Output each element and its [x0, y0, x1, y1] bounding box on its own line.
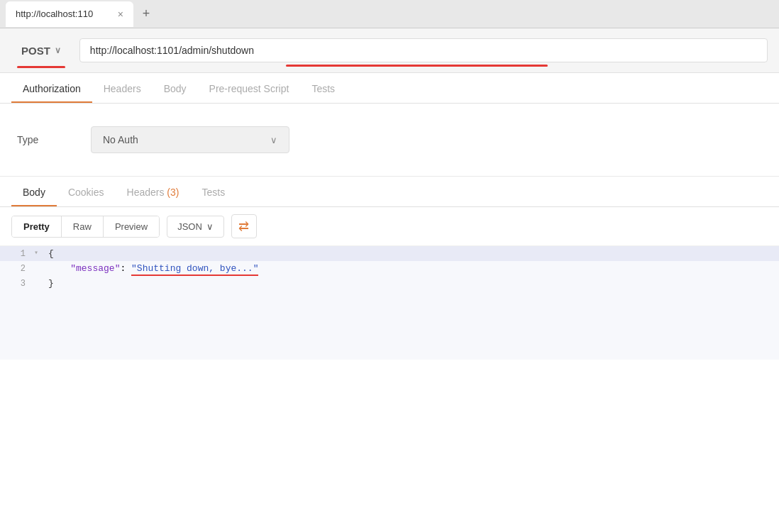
resp-tab-tests[interactable]: Tests — [190, 177, 236, 206]
tab-body[interactable]: Body — [153, 73, 198, 103]
line-toggle-1[interactable]: ▾ — [34, 248, 45, 257]
tab-close-button[interactable]: × — [118, 9, 123, 20]
url-bar — [79, 38, 768, 62]
auth-section: Type No Auth ∨ — [0, 104, 779, 176]
wrap-button[interactable]: ⇄ — [231, 214, 257, 238]
view-raw-button[interactable]: Raw — [62, 216, 104, 237]
view-preview-button[interactable]: Preview — [104, 216, 159, 237]
auth-type-value: No Auth — [103, 134, 138, 145]
url-input[interactable] — [79, 38, 768, 62]
resp-tab-body[interactable]: Body — [11, 177, 57, 206]
view-btn-group: Pretty Raw Preview — [11, 216, 160, 238]
view-pretty-button[interactable]: Pretty — [12, 216, 62, 237]
tab-headers[interactable]: Headers — [92, 73, 153, 103]
tab-label: http://localhost:110 — [16, 9, 93, 19]
active-tab[interactable]: http://localhost:110 × — [6, 1, 133, 27]
response-toolbar: Pretty Raw Preview JSON ∨ ⇄ — [0, 207, 779, 246]
auth-type-dropdown[interactable]: No Auth ∨ — [91, 126, 289, 153]
resp-tab-cookies[interactable]: Cookies — [57, 177, 116, 206]
tab-authorization[interactable]: Authorization — [11, 73, 92, 103]
method-underline — [17, 66, 65, 68]
tab-pre-request-script[interactable]: Pre-request Script — [198, 73, 301, 103]
line-number-3: 3 — [0, 278, 34, 289]
line-number-1: 1 — [0, 248, 34, 259]
method-selector[interactable]: POST ∨ — [11, 40, 71, 61]
browser-tab-bar: http://localhost:110 × + — [0, 0, 779, 28]
format-dropdown[interactable]: JSON ∨ — [167, 216, 224, 238]
json-close-brace: } — [48, 278, 54, 289]
wrap-icon: ⇄ — [238, 218, 249, 234]
tab-tests[interactable]: Tests — [300, 73, 346, 103]
new-tab-button[interactable]: + — [136, 4, 156, 24]
dropdown-chevron-icon: ∨ — [270, 135, 277, 145]
json-key-message: "message" — [70, 263, 120, 274]
type-label: Type — [17, 134, 74, 145]
response-tabs-bar: Body Cookies Headers (3) Tests — [0, 177, 779, 207]
request-tabs: Authorization Headers Body Pre-request S… — [0, 73, 779, 104]
code-area: 1 ▾ { 2 "message": "Shutting down, bye..… — [0, 246, 779, 360]
method-chevron-icon: ∨ — [55, 45, 61, 55]
format-label: JSON — [177, 221, 202, 232]
code-line-3: 3 } — [0, 276, 779, 291]
code-line-1: 1 ▾ { — [0, 246, 779, 261]
json-open-brace: { — [48, 248, 54, 259]
request-bar: POST ∨ — [0, 28, 779, 73]
headers-badge: (3) — [167, 187, 179, 198]
format-chevron-icon: ∨ — [206, 221, 214, 232]
method-label: POST — [21, 45, 50, 57]
json-value-message: "Shutting down, bye..." — [131, 263, 258, 274]
url-underline — [286, 65, 548, 67]
code-line-2: 2 "message": "Shutting down, bye..." — [0, 261, 779, 276]
auth-type-row: Type No Auth ∨ — [17, 126, 762, 153]
line-number-2: 2 — [0, 263, 34, 274]
resp-tab-headers[interactable]: Headers (3) — [116, 177, 191, 206]
